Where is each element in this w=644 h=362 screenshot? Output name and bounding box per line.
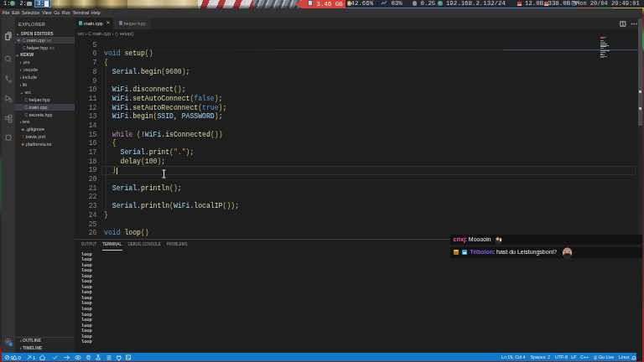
svg-text:0: 0: [18, 355, 22, 360]
svg-text:1: 1: [33, 355, 36, 360]
